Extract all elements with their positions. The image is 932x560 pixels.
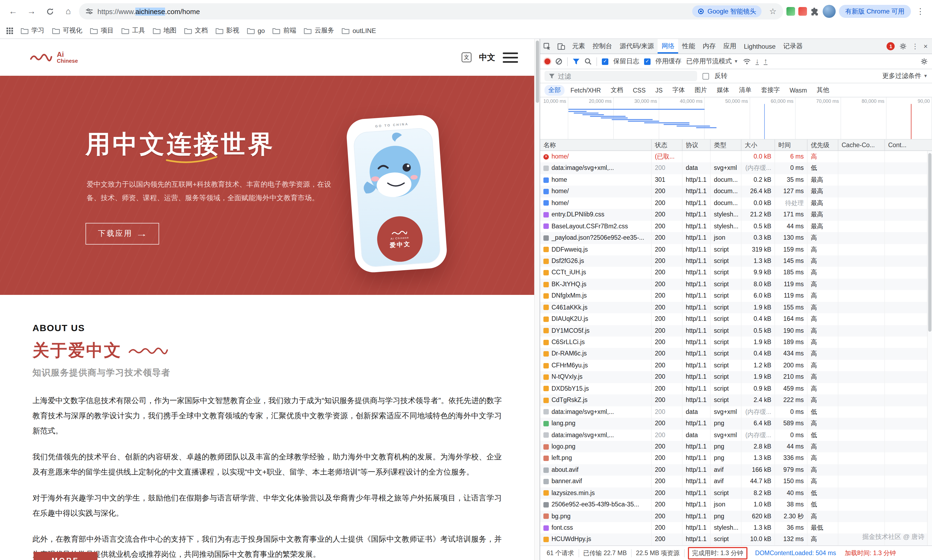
profile-avatar[interactable] bbox=[823, 5, 835, 18]
request-name-cell[interactable]: data:image/svg+xml,... bbox=[540, 406, 652, 418]
clear-network-log-icon[interactable] bbox=[555, 58, 562, 65]
google-lens-button[interactable]: Google 智能镜头 bbox=[692, 5, 761, 17]
request-name-cell[interactable]: data:image/svg+xml,... bbox=[540, 163, 652, 174]
network-request-row[interactable]: DY1MCO5f.js 200 http/1.1 script 0.5 kB 1… bbox=[540, 325, 932, 337]
network-request-row[interactable]: logo.png 200 http/1.1 png 2.8 kB 44 ms 高 bbox=[540, 441, 932, 452]
extensions-puzzle-icon[interactable] bbox=[810, 7, 819, 16]
network-request-row[interactable]: data:image/svg+xml,... 200 data svg+xml … bbox=[540, 163, 932, 174]
request-name-cell[interactable]: BK-JtYHQ.js bbox=[540, 278, 652, 290]
request-name-cell[interactable]: home/ bbox=[540, 151, 652, 163]
request-name-cell[interactable]: home/ bbox=[540, 197, 652, 209]
type-filter-chip[interactable]: 字体 bbox=[669, 85, 689, 95]
request-name-cell[interactable]: C6SrLLCi.js bbox=[540, 337, 652, 348]
column-header[interactable]: Cache-Co... bbox=[838, 140, 885, 151]
request-name-cell[interactable]: CdTgRskZ.js bbox=[540, 394, 652, 406]
column-header[interactable]: 协议 bbox=[682, 140, 711, 151]
network-request-row[interactable]: DIAUqK2U.js 200 http/1.1 script 0.4 kB 1… bbox=[540, 313, 932, 325]
type-filter-chip[interactable]: 图片 bbox=[691, 85, 711, 95]
download-app-button[interactable]: 下载应用 → bbox=[86, 223, 159, 245]
request-name-cell[interactable]: 2506e952-ee35-43f9-b5ca-35... bbox=[540, 499, 652, 511]
request-name-cell[interactable]: N-tQVxIy.js bbox=[540, 371, 652, 383]
site-logo[interactable]: AiChinese bbox=[30, 51, 78, 64]
network-request-row[interactable]: N-tQVxIy.js 200 http/1.1 script 1.9 kB 2… bbox=[540, 371, 932, 383]
request-name-cell[interactable]: DIAUqK2U.js bbox=[540, 313, 652, 325]
disable-cache-label[interactable]: 停用缓存 bbox=[655, 57, 681, 66]
bookmark-item[interactable]: 地图 bbox=[153, 26, 176, 35]
type-filter-chip[interactable]: CSS bbox=[629, 86, 650, 95]
request-name-cell[interactable]: lazysizes.min.js bbox=[540, 487, 652, 499]
request-name-cell[interactable]: logo.png bbox=[540, 441, 652, 452]
request-name-cell[interactable]: DNfglxMm.js bbox=[540, 290, 652, 302]
request-name-cell[interactable]: Dsf2fG26.js bbox=[540, 255, 652, 267]
search-icon[interactable] bbox=[585, 58, 592, 65]
request-name-cell[interactable]: home/ bbox=[540, 186, 652, 197]
devtools-tab[interactable]: 内存 bbox=[699, 39, 719, 54]
chrome-update-button[interactable]: 有新版 Chrome 可用 bbox=[839, 5, 911, 18]
column-header[interactable]: 时间 bbox=[775, 140, 807, 151]
preserve-log-checkbox[interactable] bbox=[602, 58, 608, 65]
devtools-tab[interactable]: 性能 bbox=[678, 39, 699, 54]
network-request-row[interactable]: _payload.json?2506e952-ee35-... 200 http… bbox=[540, 232, 932, 244]
network-request-row[interactable]: about.avif 200 http/1.1 avif 166 kB 979 … bbox=[540, 464, 932, 476]
network-request-row[interactable]: Dsf2fG26.js 200 http/1.1 script 1.3 kB 1… bbox=[540, 255, 932, 267]
inspect-element-icon[interactable] bbox=[540, 43, 554, 50]
reload-button[interactable] bbox=[42, 4, 57, 19]
apps-grid-icon[interactable] bbox=[6, 27, 13, 34]
column-header[interactable]: 状态 bbox=[652, 140, 682, 151]
import-har-icon[interactable]: ↓ bbox=[756, 58, 759, 65]
bookmark-item[interactable]: 项目 bbox=[90, 26, 114, 35]
network-request-row[interactable]: DXD5bY15.js 200 http/1.1 script 0.9 kB 4… bbox=[540, 383, 932, 395]
column-header[interactable]: 优先级 bbox=[807, 140, 838, 151]
request-name-cell[interactable]: HCUWdHpy.js bbox=[540, 534, 652, 545]
network-request-row[interactable]: font.css 200 http/1.1 stylesh... 1.3 kB … bbox=[540, 522, 932, 534]
filter-icon[interactable] bbox=[573, 58, 580, 65]
devtools-tab[interactable]: 应用 bbox=[719, 39, 740, 54]
type-filter-chip[interactable]: JS bbox=[652, 86, 667, 95]
request-name-cell[interactable]: font.css bbox=[540, 522, 652, 534]
network-request-row[interactable]: DNfglxMm.js 200 http/1.1 script 6.0 kB 1… bbox=[540, 290, 932, 302]
network-request-row[interactable]: lang.png 200 http/1.1 png 6.4 kB 589 ms … bbox=[540, 418, 932, 429]
url-text[interactable]: https://www.aichinese.com/home bbox=[97, 7, 200, 15]
invert-filter-checkbox[interactable] bbox=[702, 73, 709, 79]
network-request-row[interactable]: BaseLayout.CSFr7Bm2.css 200 http/1.1 sty… bbox=[540, 220, 932, 232]
devtools-settings-icon[interactable] bbox=[900, 43, 907, 50]
request-name-cell[interactable]: data:image/svg+xml,... bbox=[540, 429, 652, 441]
language-icon[interactable]: 文 bbox=[462, 52, 471, 62]
invert-filter-label[interactable]: 反转 bbox=[715, 71, 727, 81]
error-count-badge[interactable]: 1 bbox=[887, 42, 895, 50]
address-bar[interactable]: https://www.aichinese.com/home Google 智能… bbox=[79, 3, 783, 20]
request-name-cell[interactable]: lang.png bbox=[540, 418, 652, 429]
request-name-cell[interactable]: entry.DLPNIib9.css bbox=[540, 209, 652, 220]
network-request-row[interactable]: BK-JtYHQ.js 200 http/1.1 script 8.0 kB 1… bbox=[540, 278, 932, 290]
request-name-cell[interactable]: _payload.json?2506e952-ee35-... bbox=[540, 232, 652, 244]
type-filter-chip[interactable]: 套接字 bbox=[758, 85, 784, 95]
request-name-cell[interactable]: Dr-RAM6c.js bbox=[540, 348, 652, 360]
device-toolbar-icon[interactable] bbox=[554, 43, 568, 50]
request-name-cell[interactable]: bg.png bbox=[540, 511, 652, 522]
extension-icon-red[interactable] bbox=[798, 7, 807, 16]
bookmark-item[interactable]: 学习 bbox=[20, 26, 45, 35]
devtools-menu-icon[interactable]: ⋮ bbox=[912, 42, 919, 50]
request-name-cell[interactable]: CFHrM6yu.js bbox=[540, 360, 652, 371]
devtools-tab[interactable]: 记录器 bbox=[779, 39, 806, 54]
devtools-close-icon[interactable]: × bbox=[924, 42, 928, 50]
network-request-row[interactable]: home/ 200 http/1.1 docum... 26.4 kB 127 … bbox=[540, 186, 932, 197]
language-selector[interactable]: 中文 bbox=[479, 52, 495, 63]
network-request-row[interactable]: home/ 200 http/1.1 docum... 0.0 kB 待处理 最… bbox=[540, 197, 932, 209]
devtools-tab[interactable]: Lighthouse bbox=[740, 39, 779, 54]
filter-input-box[interactable] bbox=[544, 71, 697, 81]
record-network-log-button[interactable] bbox=[544, 58, 550, 65]
request-name-cell[interactable]: C461aKKk.js bbox=[540, 302, 652, 313]
network-request-row[interactable]: data:image/svg+xml,... 200 data svg+xml … bbox=[540, 429, 932, 441]
export-har-icon[interactable]: ↑ bbox=[764, 58, 767, 65]
network-request-row[interactable]: left.png 200 http/1.1 png 1.3 kB 336 ms … bbox=[540, 452, 932, 464]
network-request-row[interactable]: home/ (已取... 0.0 kB 6 ms 高 bbox=[540, 151, 932, 163]
network-settings-icon[interactable] bbox=[921, 58, 928, 65]
network-conditions-icon[interactable] bbox=[743, 58, 751, 65]
request-name-cell[interactable]: banner.avif bbox=[540, 476, 652, 488]
column-header[interactable]: 大小 bbox=[741, 140, 775, 151]
devtools-tab[interactable]: 元素 bbox=[568, 39, 589, 54]
network-request-row[interactable]: Dr-RAM6c.js 200 http/1.1 script 0.4 kB 4… bbox=[540, 348, 932, 360]
network-request-row[interactable]: C6SrLLCi.js 200 http/1.1 script 1.9 kB 1… bbox=[540, 337, 932, 348]
network-request-row[interactable]: C461aKKk.js 200 http/1.1 script 1.9 kB 1… bbox=[540, 302, 932, 313]
